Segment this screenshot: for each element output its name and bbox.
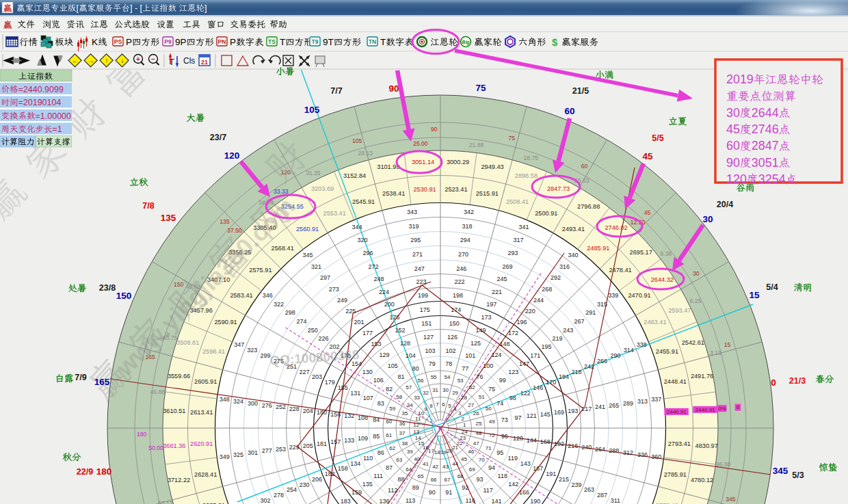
svg-text:57: 57 <box>406 384 412 390</box>
svg-text:143: 143 <box>520 460 531 467</box>
svg-text:226: 226 <box>318 335 328 342</box>
svg-text:145: 145 <box>540 411 551 418</box>
svg-text:134: 134 <box>350 460 360 467</box>
svg-text:53.13: 53.13 <box>158 500 173 504</box>
svg-text:203: 203 <box>312 373 322 380</box>
svg-text:2500.91: 2500.91 <box>535 210 557 217</box>
svg-text:62: 62 <box>389 445 395 451</box>
svg-text:130: 130 <box>362 369 373 375</box>
svg-text:206: 206 <box>312 476 322 483</box>
svg-text:316: 316 <box>559 263 570 270</box>
svg-text:P: P <box>126 37 132 47</box>
svg-text:50: 50 <box>486 406 492 412</box>
svg-text:15: 15 <box>724 341 731 348</box>
svg-text:7/9: 7/9 <box>75 373 86 382</box>
svg-text:291: 291 <box>585 309 596 316</box>
svg-text:277: 277 <box>262 447 272 454</box>
svg-text:+: + <box>136 55 140 63</box>
svg-text:105: 105 <box>352 137 362 144</box>
svg-text:119: 119 <box>508 455 518 462</box>
svg-text:22: 22 <box>457 440 463 447</box>
svg-text:5/3: 5/3 <box>792 470 804 480</box>
svg-text:244: 244 <box>533 297 544 304</box>
svg-text:90: 90 <box>429 489 436 496</box>
svg-text:158: 158 <box>338 465 348 472</box>
svg-text:18: 18 <box>434 449 440 455</box>
svg-text:128: 128 <box>400 340 410 347</box>
svg-text:105: 105 <box>388 362 398 369</box>
svg-text:180: 180 <box>137 431 147 438</box>
svg-text:2478.41: 2478.41 <box>609 267 631 274</box>
svg-text:289: 289 <box>623 400 633 407</box>
svg-text:2491.76: 2491.76 <box>691 373 713 380</box>
svg-text:191: 191 <box>546 470 556 477</box>
svg-text:319: 319 <box>409 223 419 230</box>
svg-text:278: 278 <box>274 492 284 499</box>
svg-text:3661.36: 3661.36 <box>163 442 185 449</box>
svg-text:28.13: 28.13 <box>358 150 373 157</box>
svg-text:148: 148 <box>500 341 510 347</box>
svg-text:172: 172 <box>508 330 518 336</box>
svg-text:2463.41: 2463.41 <box>644 319 666 326</box>
svg-text:23/7: 23/7 <box>210 133 226 142</box>
svg-text:297: 297 <box>320 274 330 281</box>
svg-text:25: 25 <box>476 421 482 427</box>
svg-text:74: 74 <box>496 400 503 407</box>
svg-text:215: 215 <box>559 476 569 483</box>
svg-text:21/5: 21/5 <box>572 86 589 96</box>
svg-text:2515.91: 2515.91 <box>476 190 499 197</box>
svg-text:199: 199 <box>418 292 428 299</box>
svg-text:3051.14: 3051.14 <box>412 159 434 165</box>
svg-text:2778.41: 2778.41 <box>656 502 678 504</box>
svg-text:175: 175 <box>420 306 430 313</box>
svg-text:3.13: 3.13 <box>710 349 721 356</box>
svg-text:228: 228 <box>289 406 300 412</box>
svg-text:165: 165 <box>94 377 110 387</box>
svg-text:T: T <box>280 37 285 47</box>
svg-text:144: 144 <box>527 437 537 444</box>
svg-text:55: 55 <box>431 374 437 380</box>
svg-text:2530.91: 2530.91 <box>413 186 436 193</box>
svg-text:181: 181 <box>317 440 327 447</box>
svg-text:295: 295 <box>410 237 421 243</box>
svg-text:2598.41: 2598.41 <box>202 348 225 355</box>
svg-text:245: 245 <box>497 276 507 282</box>
svg-text:171: 171 <box>530 352 540 359</box>
svg-text:150: 150 <box>116 291 132 301</box>
svg-text:106: 106 <box>373 377 384 384</box>
svg-text:324: 324 <box>233 398 243 405</box>
svg-text:220: 220 <box>525 308 535 315</box>
svg-text:56: 56 <box>417 377 423 384</box>
svg-text:3: 3 <box>458 410 462 416</box>
svg-text:2583.41: 2583.41 <box>230 292 252 299</box>
svg-text:28: 28 <box>461 395 467 401</box>
svg-text:2793.41: 2793.41 <box>668 440 691 447</box>
svg-text:78: 78 <box>445 360 452 367</box>
svg-text:301: 301 <box>248 449 258 456</box>
svg-text:123: 123 <box>508 369 518 375</box>
svg-text:182: 182 <box>325 470 335 477</box>
svg-text:287: 287 <box>597 492 607 499</box>
svg-text:66: 66 <box>431 477 437 483</box>
svg-text:21/3: 21/3 <box>789 376 806 386</box>
svg-text:23: 23 <box>460 435 466 441</box>
svg-text:120: 120 <box>726 172 747 186</box>
svg-text:2898.58: 2898.58 <box>515 172 538 179</box>
svg-text:18.75: 18.75 <box>524 155 539 161</box>
svg-text:254: 254 <box>287 486 297 493</box>
svg-text:35: 35 <box>401 410 408 416</box>
svg-text:239: 239 <box>572 481 582 488</box>
svg-text:33: 33 <box>414 395 420 401</box>
svg-text:PS: PS <box>114 38 122 45</box>
svg-text:242: 242 <box>584 363 594 370</box>
svg-text:2847.73: 2847.73 <box>547 185 570 192</box>
svg-text:180: 180 <box>96 466 112 477</box>
svg-text:173: 173 <box>481 314 491 321</box>
svg-text:113: 113 <box>406 497 415 504</box>
svg-text:[: [ <box>77 3 79 13</box>
svg-text:98: 98 <box>509 395 516 401</box>
svg-text:7/7: 7/7 <box>330 86 342 96</box>
svg-text:60: 60 <box>564 106 574 116</box>
svg-text:7: 7 <box>436 401 439 408</box>
svg-text:249: 249 <box>337 297 347 304</box>
